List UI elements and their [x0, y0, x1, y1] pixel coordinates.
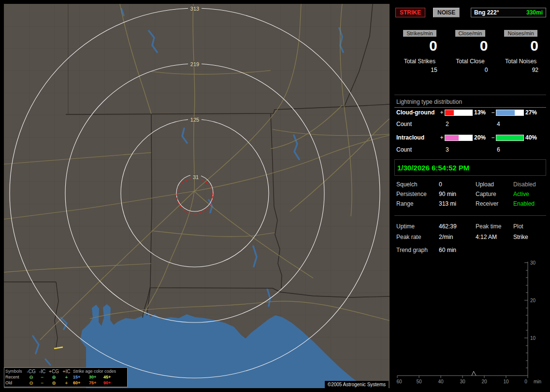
legend-symbols-header: Symbols	[5, 368, 26, 374]
trend-spike	[472, 371, 476, 376]
bearing-value: Bng 222°	[474, 9, 499, 16]
legend-col-ic-pos: +IC	[60, 369, 73, 374]
x-tick-30: 30	[460, 379, 465, 384]
total-strikes-label: Total Strikes	[394, 58, 445, 65]
divider	[394, 215, 546, 216]
receiver-label: Receiver	[474, 199, 511, 209]
trend-window-value: 60 min	[437, 247, 546, 253]
legend-col-cg-neg: -CG	[26, 369, 37, 374]
age-45-label: 45+	[103, 374, 118, 380]
plus-sign: +	[439, 109, 445, 116]
age-30-label: 30+	[89, 374, 103, 380]
ic-pos-pct: 20%	[473, 134, 490, 141]
divider	[394, 95, 546, 95]
cg-pos-count: 2	[445, 121, 473, 127]
age-60-label: 60+	[73, 380, 89, 386]
map-legend: Symbols -CG -IC +CG +IC Strike age color…	[4, 367, 128, 387]
squelch-label: Squelch	[394, 180, 437, 189]
ring-label-31: 31	[193, 174, 199, 180]
capture-status: Active	[511, 189, 546, 199]
ic-pos-count: 3	[445, 146, 473, 153]
plus-sign: +	[439, 134, 445, 141]
y-tick-20: 20	[530, 298, 536, 303]
cg-pos-recent-icon: ⊕	[48, 375, 60, 380]
upload-status: Disabled	[511, 180, 546, 189]
y-tick-10: 10	[530, 336, 536, 341]
legend-old-label: Old	[5, 380, 26, 386]
bearing-display: Bng 222° 330mi	[471, 8, 546, 17]
legend-col-cg-pos: +CG	[48, 369, 60, 374]
persistence-label: Persistence	[394, 189, 437, 199]
ic-neg-bar-fill	[496, 135, 523, 140]
peak-rate-label: Peak rate	[394, 232, 437, 242]
x-tick-10: 10	[503, 379, 509, 384]
strikes-per-min-value: 0	[394, 38, 445, 54]
x-tick-60: 60	[396, 379, 402, 384]
x-tick-40: 40	[438, 379, 444, 384]
total-close-label: Total Close	[445, 58, 496, 65]
cloud-ground-label: Cloud-ground	[394, 109, 439, 116]
total-strikes-value: 15	[394, 67, 445, 73]
ring-label-125: 125	[190, 117, 199, 123]
ic-pos-bar	[445, 135, 473, 141]
ic-neg-count: 6	[496, 146, 524, 153]
ring-label-313: 313	[190, 6, 199, 12]
cg-neg-bar-fill	[496, 110, 515, 115]
bearing-range-value: 330mi	[526, 9, 543, 16]
trend-graph: 30 20 10 60 50 40 30 20 10 0 min	[394, 260, 546, 388]
capture-label: Capture	[474, 189, 511, 199]
range-value: 313 mi	[437, 199, 474, 209]
minus-sign: −	[490, 134, 496, 141]
peak-time-label: Peak time	[474, 221, 511, 232]
lightning-map[interactable]: 313 219 125 31 Symbols -CG -IC +CG +IC S…	[4, 4, 390, 388]
total-close-value: 0	[445, 67, 496, 73]
peak-time-value: 4:12 AM	[474, 232, 511, 242]
cloud-ground-row: Cloud-ground + 13% − 27%	[394, 109, 546, 116]
ic-pos-bar-fill	[445, 135, 459, 140]
ic-neg-bar	[496, 135, 524, 141]
legend-col-ic-neg: -IC	[37, 369, 48, 374]
x-tick-50: 50	[416, 379, 422, 384]
plot-label: Plot	[511, 221, 546, 232]
intracloud-count-row: Count 3 6	[394, 146, 546, 153]
x-axis-unit: min	[534, 379, 541, 384]
cg-neg-count: 4	[496, 121, 524, 127]
map-canvas: 313 219 125 31	[4, 4, 390, 388]
x-tick-20: 20	[481, 379, 487, 384]
receiver-status: Enabled	[511, 199, 546, 209]
age-90-label: 90+	[103, 380, 118, 386]
close-per-min-badge: Close/min	[455, 30, 486, 37]
copyright-text: ©2005 Astrogenic Systems	[325, 381, 389, 388]
intracloud-label: Intracloud	[394, 134, 439, 141]
cg-neg-bar	[496, 110, 524, 116]
plot-value: Strike	[511, 232, 546, 242]
rate-counters: Strikes/min 0 Total Strikes 15 Close/min…	[394, 30, 546, 73]
system-clock: 1/30/2026 6:54:52 PM	[394, 159, 546, 176]
strike-mode-button[interactable]: STRIKE	[395, 8, 425, 17]
trend-graph-header: Trend graph 60 min	[394, 247, 546, 253]
cg-pos-bar-fill	[445, 110, 454, 115]
range-label: Range	[394, 199, 437, 209]
trend-axes	[397, 262, 528, 378]
timestamp-value: 1/30/2026 6:54:52 PM	[397, 164, 469, 172]
noise-mode-button[interactable]: NOISE	[433, 8, 460, 17]
cg-pos-pct: 13%	[473, 109, 490, 116]
receiver-settings: Squelch 0 Upload Disabled Persistence 90…	[394, 180, 546, 209]
ic-pos-recent-icon: +	[60, 375, 73, 380]
total-noises-value: 92	[495, 67, 546, 73]
ic-neg-pct: 40%	[524, 134, 546, 141]
strikes-per-min-badge: Strikes/min	[403, 30, 436, 37]
uptime-label: Uptime	[394, 221, 437, 232]
ic-pos-old-icon: +	[60, 380, 73, 386]
ic-neg-recent-icon: −	[37, 375, 48, 380]
mode-row: STRIKE NOISE Bng 222° 330mi	[395, 8, 546, 17]
intracloud-row: Intracloud + 20% − 40%	[394, 134, 546, 141]
session-stats: Uptime 462:39 Peak time Plot Peak rate 2…	[394, 221, 546, 242]
age-15-label: 15+	[73, 374, 89, 380]
uptime-value: 462:39	[437, 221, 474, 232]
ring-label-219: 219	[190, 61, 199, 67]
upload-label: Upload	[474, 180, 511, 189]
cg-neg-pct: 27%	[524, 109, 546, 116]
cg-pos-old-icon: ⊕	[48, 380, 60, 386]
cg-pos-bar	[445, 110, 473, 116]
